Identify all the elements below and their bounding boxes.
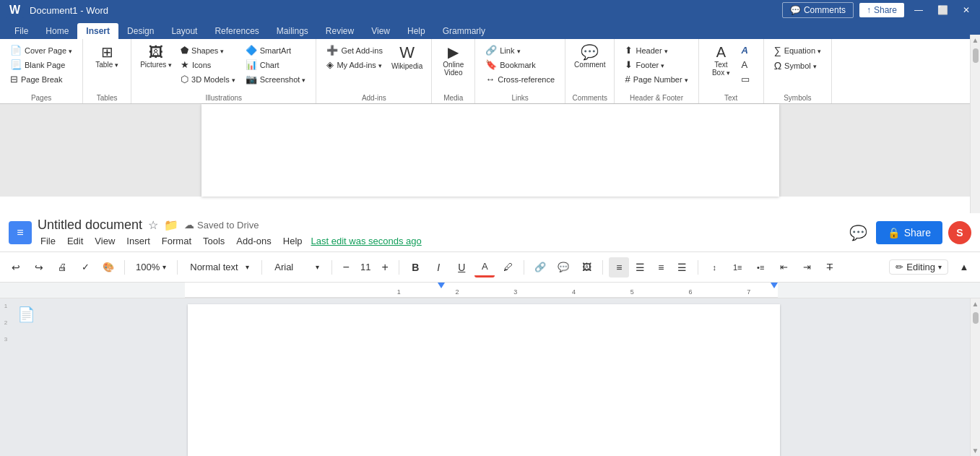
gdocs-share-button[interactable]: 🔒 Share: [876, 221, 942, 244]
tab-mailings[interactable]: Mailings: [268, 23, 317, 39]
chart-button[interactable]: 📊 Chart: [241, 58, 311, 72]
my-addins-button[interactable]: ◈ My Add-ins ▾: [322, 58, 386, 72]
gdocs-menu-addons[interactable]: Add-ons: [233, 234, 274, 248]
text-box-button[interactable]: A TextBox ▾: [706, 43, 735, 78]
page-break-button[interactable]: ⊟ Page Break: [6, 72, 77, 86]
drop-cap-button[interactable]: A: [737, 58, 755, 72]
icons-label: Icons: [192, 61, 211, 69]
tab-references[interactable]: References: [206, 23, 267, 39]
link-button[interactable]: 🔗 Link ▾: [481, 43, 559, 57]
text-color-button[interactable]: A: [474, 257, 495, 278]
gdocs-user-avatar[interactable]: S: [948, 221, 971, 244]
tab-insert[interactable]: Insert: [77, 23, 118, 39]
decrease-indent-button[interactable]: ⇤: [773, 257, 794, 278]
font-size-decrease-button[interactable]: −: [338, 259, 354, 275]
header-button[interactable]: ⬆ Header ▾: [620, 43, 692, 57]
gdocs-page[interactable]: [188, 304, 780, 456]
my-addins-label: My Add-ins ▾: [337, 61, 381, 69]
get-addins-button[interactable]: ➕ Get Add-ins: [322, 43, 386, 57]
wikipedia-button[interactable]: W Wikipedia: [389, 43, 425, 72]
numbered-list-button[interactable]: 1≡: [727, 257, 747, 278]
tab-design[interactable]: Design: [118, 23, 162, 39]
equation-button[interactable]: ∑ Equation ▾: [770, 43, 825, 58]
italic-button[interactable]: I: [428, 257, 448, 278]
increase-indent-button[interactable]: ⇥: [797, 257, 817, 278]
close-icon[interactable]: ✕: [958, 4, 974, 17]
collapse-toolbar-button[interactable]: ▲: [954, 257, 974, 278]
align-left-button[interactable]: ≡: [609, 257, 629, 278]
font-size-increase-button[interactable]: +: [377, 259, 393, 275]
align-center-button[interactable]: ☰: [630, 257, 650, 278]
style-caret-icon: ▾: [246, 263, 249, 271]
gdocs-menu-help[interactable]: Help: [280, 234, 305, 248]
shapes-button[interactable]: ⬟ Shapes ▾: [176, 43, 240, 57]
gdocs-font-selector[interactable]: Arial ▾: [268, 259, 326, 275]
blank-page-button[interactable]: 📃 Blank Page: [6, 58, 77, 72]
align-justify-button[interactable]: ☰: [672, 257, 692, 278]
comment-button[interactable]: 💬 Comment: [571, 43, 608, 70]
smartart-button[interactable]: 🔷 SmartArt: [241, 43, 311, 57]
gdocs-scroll-thumb[interactable]: [973, 312, 979, 324]
gdocs-redo-button[interactable]: ↪: [29, 257, 49, 278]
gdocs-spellcheck-button[interactable]: ✓: [75, 257, 95, 278]
word-comments-button[interactable]: 💬 Comments: [782, 2, 854, 18]
wordart-button[interactable]: A: [737, 43, 755, 57]
align-right-button[interactable]: ≡: [651, 257, 671, 278]
gdocs-menu-tools[interactable]: Tools: [200, 234, 227, 248]
line-spacing-button[interactable]: ↕: [704, 257, 724, 278]
gdocs-doc-title[interactable]: Untitled document: [38, 218, 142, 233]
image-button[interactable]: 🖼: [576, 257, 597, 278]
maximize-icon[interactable]: ⬜: [933, 4, 953, 17]
chart-label: Chart: [260, 61, 279, 69]
comment-inline-button[interactable]: 💬: [553, 257, 573, 278]
table-button[interactable]: ⊞ Table ▾: [89, 43, 125, 70]
tab-help[interactable]: Help: [399, 23, 434, 39]
gdocs-menu-edit[interactable]: Edit: [64, 234, 86, 248]
gdocs-undo-button[interactable]: ↩: [6, 257, 26, 278]
tab-layout[interactable]: Layout: [162, 23, 206, 39]
tab-grammarly[interactable]: Grammarly: [434, 23, 494, 39]
online-video-button[interactable]: ▶ OnlineVideo: [439, 43, 468, 78]
bookmark-button[interactable]: 🔖 Bookmark: [481, 58, 559, 72]
pictures-button[interactable]: 🖼 Pictures ▾: [137, 43, 175, 70]
gdocs-menu-view[interactable]: View: [92, 234, 118, 248]
word-share-button[interactable]: ↑ Share: [859, 3, 904, 17]
gdocs-paint-button[interactable]: 🎨: [98, 257, 118, 278]
symbols-buttons: ∑ Equation ▾ Ω Symbol ▾: [770, 42, 825, 93]
cross-reference-button[interactable]: ↔ Cross-reference: [481, 72, 559, 86]
gdocs-print-button[interactable]: 🖨: [52, 257, 72, 278]
gdocs-style-selector[interactable]: Normal text ▾: [183, 259, 256, 275]
word-page-top[interactable]: [201, 104, 779, 197]
screenshot-button[interactable]: 📷 Screenshot ▾: [241, 72, 311, 86]
highlight-button[interactable]: 🖊: [498, 257, 518, 278]
link-button[interactable]: 🔗: [530, 257, 550, 278]
symbol-button[interactable]: Ω Symbol ▾: [770, 59, 825, 73]
folder-icon[interactable]: 📁: [164, 218, 178, 232]
gdocs-menu-format[interactable]: Format: [159, 234, 194, 248]
footer-button[interactable]: ⬇ Footer ▾: [620, 58, 692, 72]
page-number-button[interactable]: # Page Number ▾: [620, 72, 692, 86]
gdocs-menu-file[interactable]: File: [38, 234, 58, 248]
cover-page-button[interactable]: 📄 Cover Page ▾: [6, 43, 77, 57]
last-edit-text[interactable]: Last edit was seconds ago: [311, 236, 422, 246]
icons-button[interactable]: ★ Icons: [176, 58, 240, 72]
cover-page-icon: 📄: [10, 45, 22, 56]
underline-button[interactable]: U: [451, 257, 472, 278]
tab-home[interactable]: Home: [37, 23, 77, 39]
gdocs-zoom-selector[interactable]: 100% ▾: [131, 259, 171, 275]
gdocs-comments-button[interactable]: 💬: [846, 221, 870, 244]
tab-review[interactable]: Review: [317, 23, 363, 39]
word-scroll-thumb[interactable]: [973, 48, 979, 63]
gdocs-menu-insert[interactable]: Insert: [123, 234, 153, 248]
gdocs-vertical-scrollbar[interactable]: ▲ ▼: [970, 298, 980, 456]
object-button[interactable]: ▭: [737, 72, 755, 86]
editing-mode-selector[interactable]: ✏ Editing ▾: [889, 259, 948, 275]
3d-models-button[interactable]: ⬡ 3D Models ▾: [176, 72, 240, 86]
tab-file[interactable]: File: [6, 23, 37, 39]
minimize-icon[interactable]: —: [910, 4, 927, 17]
tab-view[interactable]: View: [363, 23, 399, 39]
star-icon[interactable]: ☆: [148, 218, 158, 232]
bulleted-list-button[interactable]: •≡: [750, 257, 771, 278]
bold-button[interactable]: B: [405, 257, 425, 278]
clear-format-button[interactable]: T̶: [820, 257, 840, 278]
